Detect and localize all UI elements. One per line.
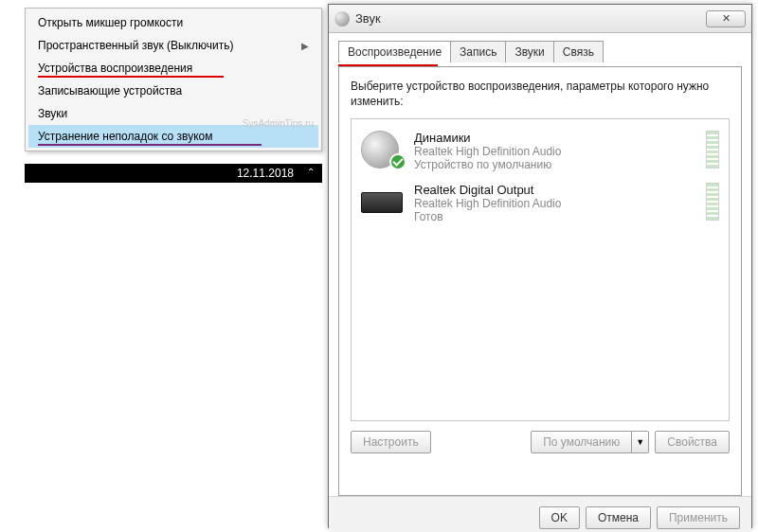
level-meter bbox=[706, 131, 719, 168]
annotation-underline bbox=[38, 144, 262, 146]
tab-communications[interactable]: Связь bbox=[553, 41, 604, 62]
sound-dialog: Звук ✕ Воспроизведение Запись Звуки Связ… bbox=[328, 4, 752, 528]
menu-recording-devices[interactable]: Записывающие устройства bbox=[28, 80, 318, 102]
tab-strip: Воспроизведение Запись Звуки Связь bbox=[338, 41, 742, 62]
instruction-text: Выберите устройство воспроизведения, пар… bbox=[351, 79, 730, 109]
playback-device-list[interactable]: Динамики Realtek High Definition Audio У… bbox=[351, 118, 730, 421]
device-item-speakers[interactable]: Динамики Realtek High Definition Audio У… bbox=[357, 125, 723, 177]
close-icon: ✕ bbox=[722, 12, 731, 25]
tab-sounds[interactable]: Звуки bbox=[505, 41, 553, 62]
menu-item-label: Открыть микшер громкости bbox=[38, 16, 183, 29]
device-status: Устройство по умолчанию bbox=[414, 158, 561, 171]
properties-button[interactable]: Свойства bbox=[655, 431, 730, 453]
taskbar-date: 12.11.2018 bbox=[237, 167, 294, 180]
configure-button[interactable]: Настроить bbox=[351, 431, 431, 453]
annotation-underline bbox=[38, 76, 224, 78]
device-driver: Realtek High Definition Audio bbox=[414, 197, 561, 210]
volume-context-menu: Открыть микшер громкости Пространственны… bbox=[25, 8, 322, 151]
device-driver: Realtek High Definition Audio bbox=[414, 145, 561, 158]
tab-panel-playback: Выберите устройство воспроизведения, пар… bbox=[338, 66, 742, 496]
menu-item-label: Записывающие устройства bbox=[38, 84, 182, 98]
menu-open-mixer[interactable]: Открыть микшер громкости bbox=[28, 11, 318, 34]
apply-button[interactable]: Применить bbox=[657, 506, 740, 529]
set-default-split-button[interactable]: По умолчанию ▼ bbox=[531, 431, 649, 453]
default-check-icon bbox=[389, 153, 406, 170]
tab-recording[interactable]: Запись bbox=[450, 41, 506, 62]
device-name: Realtek Digital Output bbox=[414, 183, 561, 197]
close-button[interactable]: ✕ bbox=[706, 10, 746, 27]
tab-playback[interactable]: Воспроизведение bbox=[338, 41, 451, 62]
digital-output-icon bbox=[361, 183, 405, 221]
sound-icon bbox=[334, 11, 350, 27]
chevron-down-icon[interactable]: ▼ bbox=[632, 431, 649, 453]
menu-spatial-sound[interactable]: Пространственный звук (Выключить) ▶ bbox=[28, 34, 318, 57]
level-meter bbox=[706, 183, 719, 221]
menu-playback-devices[interactable]: Устройства воспроизведения bbox=[28, 57, 318, 80]
menu-item-label: Устранение неполадок со звуком bbox=[38, 130, 213, 143]
device-item-digital-output[interactable]: Realtek Digital Output Realtek High Defi… bbox=[357, 177, 723, 229]
menu-item-label: Звуки bbox=[38, 107, 67, 120]
speaker-icon bbox=[361, 131, 405, 168]
menu-sounds[interactable]: Звуки bbox=[28, 102, 318, 125]
taskbar-strip: 12.11.2018 ⌃ bbox=[25, 164, 322, 183]
device-name: Динамики bbox=[414, 131, 561, 145]
ok-button[interactable]: OK bbox=[539, 506, 580, 529]
menu-item-label: Устройства воспроизведения bbox=[38, 62, 192, 75]
submenu-arrow-icon: ▶ bbox=[301, 41, 309, 51]
menu-troubleshoot-sound[interactable]: Устранение неполадок со звуком bbox=[28, 125, 318, 148]
titlebar[interactable]: Звук ✕ bbox=[329, 5, 751, 33]
device-status: Готов bbox=[414, 210, 561, 223]
set-default-button[interactable]: По умолчанию bbox=[531, 431, 632, 453]
chevron-up-icon[interactable]: ⌃ bbox=[307, 167, 315, 177]
window-title: Звук bbox=[355, 11, 381, 26]
cancel-button[interactable]: Отмена bbox=[586, 506, 651, 529]
menu-item-label: Пространственный звук (Выключить) bbox=[38, 39, 233, 52]
dialog-button-row: OK Отмена Применить bbox=[329, 496, 751, 532]
